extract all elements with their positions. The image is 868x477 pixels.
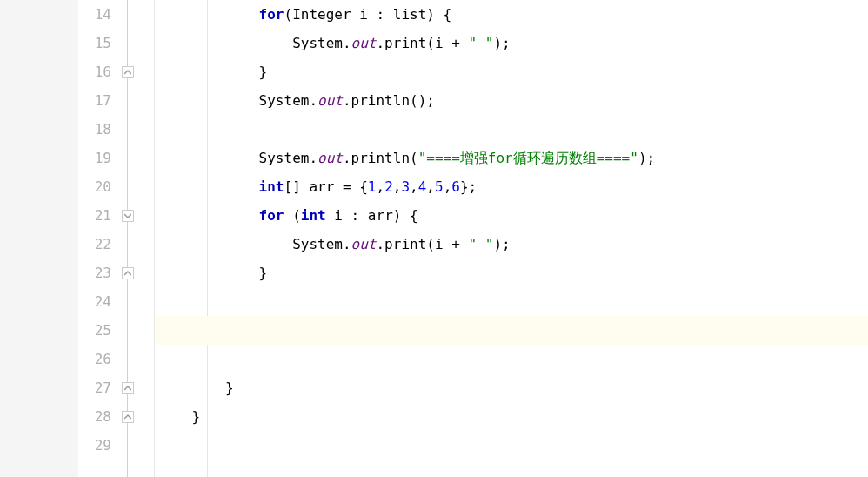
code-line[interactable]: for(Integer i : list) {: [155, 0, 868, 29]
fold-column: [118, 0, 155, 477]
line-number: 18: [78, 115, 111, 144]
fold-close-icon[interactable]: [122, 382, 134, 394]
fold-open-icon[interactable]: [122, 210, 134, 222]
line-number: 27: [78, 373, 111, 402]
line-number: 14: [78, 0, 111, 29]
line-numbers-column: 14151617181920212223242526272829: [78, 0, 118, 477]
code-line[interactable]: [155, 431, 868, 460]
line-number: 29: [78, 431, 111, 460]
code-line[interactable]: int[] arr = {1,2,3,4,5,6};: [155, 172, 868, 201]
code-line[interactable]: System.out.println();: [155, 86, 868, 115]
line-number: 28: [78, 402, 111, 431]
code-line[interactable]: }: [155, 373, 868, 402]
code-line[interactable]: [155, 287, 868, 316]
line-number: 17: [78, 86, 111, 115]
code-line[interactable]: [155, 115, 868, 144]
line-number: 24: [78, 287, 111, 316]
code-editor-area[interactable]: for(Integer i : list) { System.out.print…: [155, 0, 868, 477]
code-line[interactable]: [155, 345, 868, 373]
code-line[interactable]: for (int i : arr) {: [155, 201, 868, 230]
line-number: 16: [78, 57, 111, 86]
code-line[interactable]: }: [155, 57, 868, 86]
code-line[interactable]: [155, 316, 868, 345]
code-line[interactable]: System.out.print(i + " ");: [155, 29, 868, 57]
code-line[interactable]: System.out.println("====增强for循环遍历数组===="…: [155, 144, 868, 172]
line-number: 23: [78, 259, 111, 287]
code-line[interactable]: System.out.print(i + " ");: [155, 230, 868, 259]
line-number: 20: [78, 172, 111, 201]
line-number: 21: [78, 201, 111, 230]
line-number: 25: [78, 316, 111, 345]
line-number: 15: [78, 29, 111, 57]
fold-close-icon[interactable]: [122, 411, 134, 423]
fold-close-icon[interactable]: [122, 267, 134, 279]
code-line[interactable]: }: [155, 259, 868, 287]
line-number: 26: [78, 345, 111, 373]
code-line[interactable]: }: [155, 402, 868, 431]
editor-gutter: 14151617181920212223242526272829: [78, 0, 155, 477]
line-number: 19: [78, 144, 111, 172]
editor-left-margin: [0, 0, 78, 477]
line-number: 22: [78, 230, 111, 259]
fold-close-icon[interactable]: [122, 66, 134, 78]
